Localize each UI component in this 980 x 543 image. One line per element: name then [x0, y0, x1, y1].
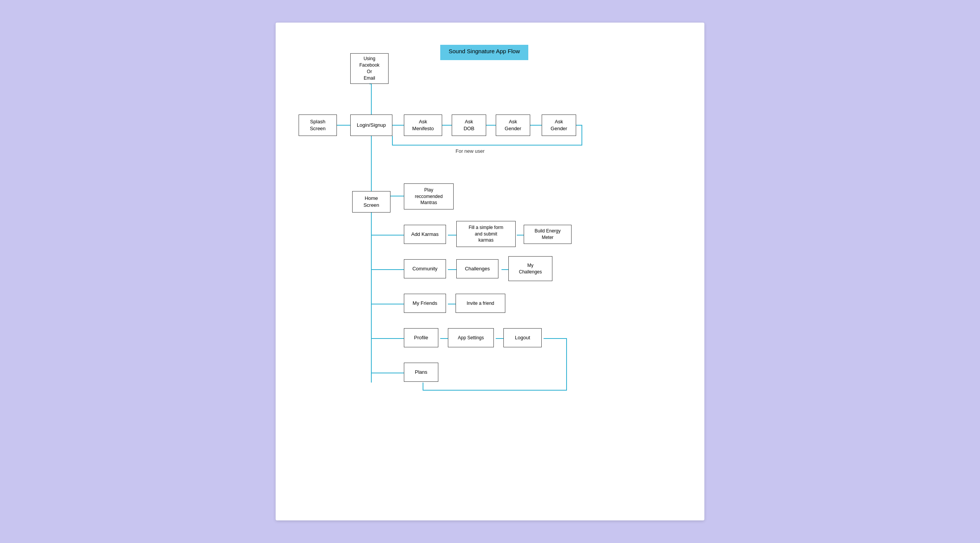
node-fill-form: Fill a simple formand submitkarmas — [456, 221, 516, 247]
node-ask-gender-1: AskGender — [496, 114, 530, 136]
node-add-karmas: Add Karmas — [404, 225, 446, 244]
node-app-settings: App Settings — [448, 328, 494, 347]
node-splash: SplashScreen — [299, 114, 337, 136]
flow-canvas: Sound Singnature App Flow — [276, 23, 704, 520]
node-invite-friend: Invite a friend — [456, 294, 505, 313]
node-using-fb: UsingFacebookOrEmail — [350, 53, 389, 84]
node-ask-manifesto: AskMenifesto — [404, 114, 442, 136]
node-my-friends: My Friends — [404, 294, 446, 313]
node-my-challenges: MyChallenges — [508, 256, 552, 281]
node-community: Community — [404, 259, 446, 278]
node-challenges: Challenges — [456, 259, 498, 278]
node-logout: Logout — [503, 328, 542, 347]
node-profile: Profile — [404, 328, 438, 347]
node-ask-gender-2: AskGender — [542, 114, 576, 136]
node-login: Login/Signup — [350, 114, 392, 136]
node-home: HomeScreen — [352, 191, 390, 213]
node-plans: Plans — [404, 363, 438, 382]
node-play-mantras: PlayreccomendedMantras — [404, 183, 454, 209]
node-build-energy: Build EnergyMeter — [524, 225, 572, 244]
label-for-new-user: For new user — [456, 148, 485, 154]
node-ask-dob: AskDOB — [452, 114, 486, 136]
title-box: Sound Singnature App Flow — [440, 45, 528, 60]
